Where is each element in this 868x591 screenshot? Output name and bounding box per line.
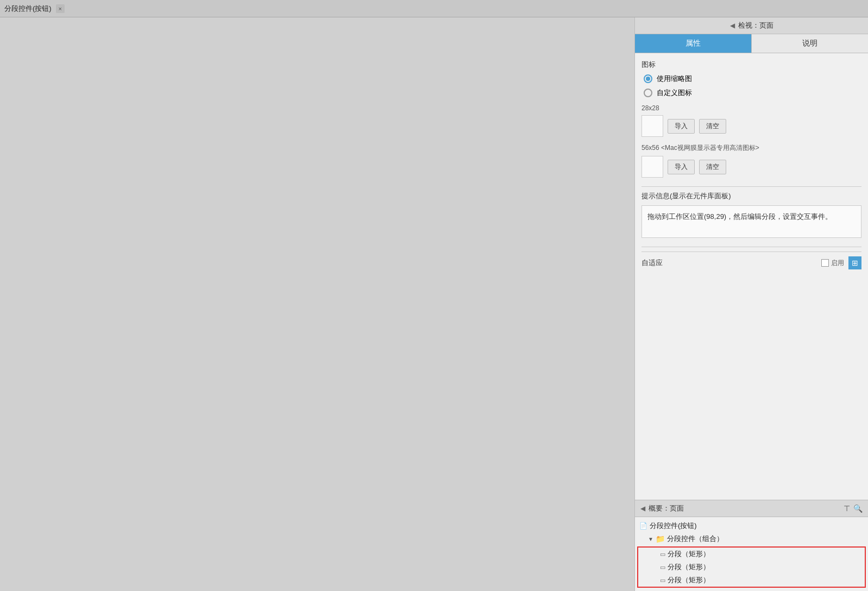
adaptive-icon-symbol: ⊞ (852, 259, 858, 267)
icon-56: 56x56 <Mac视网膜显示器专用高清图标> 导入 清空 (641, 143, 861, 178)
tree-label-0: 分段控件(按钮) (650, 521, 697, 531)
right-panel: ◀ 检视：页面 属性 说明 图标 使用缩略图 (634, 17, 868, 591)
tab-description[interactable]: 说明 (752, 34, 868, 53)
adaptive-checkbox-label: 启用 (831, 259, 844, 268)
tree-item-4[interactable]: ▭分段（矩形） (656, 574, 865, 587)
panel-header-icon: ◀ (730, 22, 735, 29)
panel-body[interactable]: 图标 使用缩略图 自定义图标 28x28 (635, 53, 868, 500)
icon-56-preview (641, 156, 663, 178)
expand-arrow: ▼ (648, 536, 653, 542)
summary-header-icons: ⊤ 🔍 (844, 504, 863, 513)
canvas-wrapper: 0100200300400500 100200300400 1分段2分段3分段 (0, 17, 634, 591)
icon-28-preview (641, 115, 663, 137)
rect-icon-2: ▭ (660, 551, 665, 558)
tree: 📄分段控件(按钮)▼📁分段控件（组合）▭分段（矩形）▭分段（矩形）▭分段（矩形） (635, 517, 868, 591)
radio-custom[interactable]: 自定义图标 (644, 88, 861, 98)
icon-56-row: 导入 清空 (641, 156, 861, 178)
radio-thumbnail-circle[interactable] (644, 74, 652, 83)
main-layout: 0100200300400500 100200300400 1分段2分段3分段 … (0, 17, 868, 591)
radio-thumbnail[interactable]: 使用缩略图 (644, 74, 861, 84)
summary-header: ◀ 概要：页面 ⊤ 🔍 (635, 500, 868, 517)
tab-properties[interactable]: 属性 (635, 34, 752, 53)
divider-2 (641, 247, 861, 247)
icon-28: 28x28 导入 清空 (641, 104, 861, 137)
summary-header-icon: ◀ (640, 505, 645, 512)
hint-box[interactable]: 拖动到工作区位置(98,29)，然后编辑分段，设置交互事件。 (641, 205, 861, 238)
hint-title: 提示信息(显示在元件库面板) (641, 191, 861, 201)
adaptive-right: 启用 ⊞ (821, 256, 861, 269)
hint-section: 提示信息(显示在元件库面板) 拖动到工作区位置(98,29)，然后编辑分段，设置… (641, 191, 861, 238)
radio-group: 使用缩略图 自定义图标 (644, 74, 861, 98)
icon-section: 图标 使用缩略图 自定义图标 28x28 (641, 60, 861, 178)
top-bar: 分段控件(按钮) × (0, 0, 868, 17)
doc-icon: 📄 (639, 522, 647, 530)
rect-icon-3: ▭ (660, 564, 665, 571)
icon-56-label: 56x56 <Mac视网膜显示器专用高清图标> (641, 143, 861, 153)
adaptive-icon[interactable]: ⊞ (848, 256, 861, 269)
filter-icon[interactable]: ⊤ (844, 504, 850, 513)
tree-item-1[interactable]: ▼📁分段控件（组合） (644, 532, 868, 545)
divider-1 (641, 186, 861, 187)
panel-tabs: 属性 说明 (635, 34, 868, 53)
icon-28-clear[interactable]: 清空 (699, 119, 726, 134)
tree-item-2[interactable]: ▭分段（矩形） (656, 548, 865, 561)
tree-item-3[interactable]: ▭分段（矩形） (656, 561, 865, 574)
radio-custom-label: 自定义图标 (657, 88, 692, 98)
adaptive-label: 自适应 (641, 258, 663, 268)
tree-label-4: 分段（矩形） (668, 575, 710, 585)
adaptive-checkbox[interactable]: 启用 (821, 259, 844, 268)
checkbox-box[interactable] (821, 259, 829, 267)
tree-label-3: 分段（矩形） (668, 562, 710, 572)
rect-icon-4: ▭ (660, 577, 665, 584)
tree-item-0[interactable]: 📄分段控件(按钮) (635, 519, 868, 532)
search-icon[interactable]: 🔍 (853, 504, 863, 513)
radio-custom-circle[interactable] (644, 89, 652, 97)
close-button[interactable]: × (56, 4, 65, 13)
icon-28-label: 28x28 (641, 104, 861, 112)
summary-header-title: 概要：页面 (649, 504, 684, 513)
tree-label-1: 分段控件（组合） (667, 534, 724, 544)
tree-label-2: 分段（矩形） (668, 549, 710, 559)
icon-28-import[interactable]: 导入 (668, 119, 695, 134)
summary-panel: ◀ 概要：页面 ⊤ 🔍 📄分段控件(按钮)▼📁分段控件（组合）▭分段（矩形）▭分… (635, 500, 868, 591)
icon-28-row: 导入 清空 (641, 115, 861, 137)
icon-56-import[interactable]: 导入 (668, 160, 695, 174)
radio-thumbnail-label: 使用缩略图 (657, 74, 692, 84)
adaptive-section: 自适应 启用 ⊞ (641, 252, 861, 274)
panel-header-title: 检视：页面 (738, 21, 773, 30)
window-title: 分段控件(按钮) (4, 4, 52, 14)
icon-56-clear[interactable]: 清空 (699, 160, 726, 174)
panel-header: ◀ 检视：页面 (635, 17, 868, 34)
folder-icon: 📁 (656, 535, 665, 543)
tree-highlight-group: ▭分段（矩形）▭分段（矩形）▭分段（矩形） (637, 546, 866, 588)
summary-header-left: ◀ 概要：页面 (640, 504, 684, 513)
icon-section-title: 图标 (641, 60, 861, 70)
